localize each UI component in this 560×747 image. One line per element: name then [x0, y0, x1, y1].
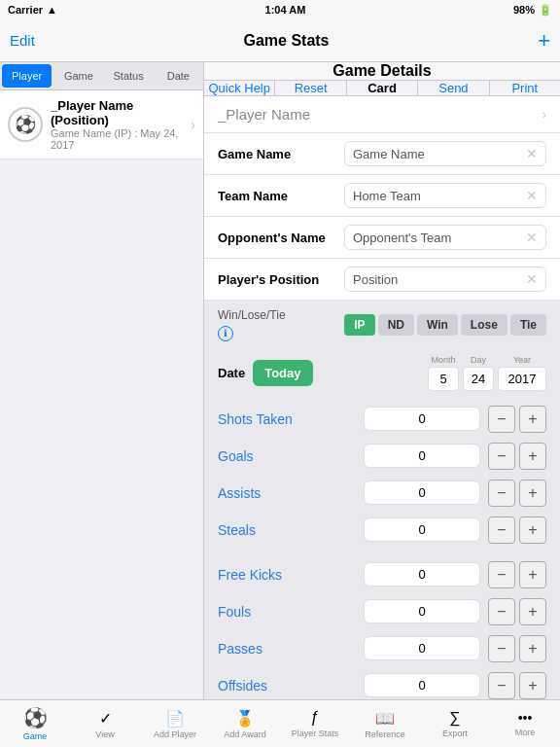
add-button[interactable]: + [538, 30, 550, 52]
passes-controls: − + [488, 635, 546, 662]
ip-button[interactable]: IP [344, 314, 374, 336]
add-award-tab-label: Add Award [224, 729, 265, 739]
free-kicks-input[interactable]: 0 [364, 562, 480, 587]
tab-game[interactable]: Game [53, 62, 103, 89]
opponent-name-value: Opponent's Team [353, 231, 451, 245]
game-name-field[interactable]: Game Name ✕ [344, 141, 546, 166]
player-detail-label: Game Name (IP) : May 24, 2017 [51, 127, 191, 151]
passes-decrement[interactable]: − [488, 635, 515, 662]
add-player-icon: 📄 [165, 709, 185, 728]
player-chevron-icon: › [191, 117, 195, 132]
player-stats-icon: ƒ [311, 709, 320, 727]
fouls-decrement[interactable]: − [488, 598, 515, 625]
tab-date[interactable]: Date [154, 62, 203, 89]
main-layout: Player Game Status Date ⚽ _Player Name (… [0, 62, 560, 699]
offsides-label: Offsides [218, 678, 364, 694]
shots-taken-input[interactable]: 0 [364, 407, 480, 431]
tab-game[interactable]: ⚽ Game [0, 706, 70, 741]
battery-label: 98% [513, 4, 535, 16]
player-position-clear-icon[interactable]: ✕ [526, 271, 538, 287]
send-button[interactable]: Send [418, 81, 489, 95]
shots-taken-increment[interactable]: + [519, 406, 546, 433]
tie-button[interactable]: Tie [510, 314, 546, 336]
tab-more[interactable]: ••• More [490, 710, 560, 737]
free-kicks-increment[interactable]: + [519, 561, 546, 588]
goals-label: Goals [218, 448, 364, 464]
export-icon: ∑ [449, 709, 460, 727]
team-name-clear-icon[interactable]: ✕ [526, 188, 538, 203]
year-label: Year [513, 355, 531, 365]
reference-tab-label: Reference [365, 729, 405, 739]
player-row[interactable]: ⚽ _Player Name (Position) Game Name (IP)… [0, 90, 203, 160]
free-kicks-decrement[interactable]: − [488, 561, 515, 588]
win-lose-info-icon[interactable]: ℹ [218, 326, 233, 341]
steals-increment[interactable]: + [519, 516, 546, 544]
opponent-name-field[interactable]: Opponent's Team ✕ [344, 225, 546, 250]
offsides-increment[interactable]: + [519, 672, 546, 699]
goals-input[interactable]: 0 [364, 444, 480, 468]
fouls-increment[interactable]: + [519, 598, 546, 625]
passes-increment[interactable]: + [519, 635, 546, 662]
player-name-label: _Player Name (Position) [51, 98, 191, 127]
tab-player-stats[interactable]: ƒ Player Stats [280, 709, 350, 738]
tab-view[interactable]: ✓ View [70, 709, 140, 739]
tab-add-award[interactable]: 🏅 Add Award [210, 709, 280, 739]
year-field[interactable]: 2017 [498, 367, 546, 391]
tab-export[interactable]: ∑ Export [420, 709, 490, 738]
edit-button[interactable]: Edit [10, 32, 35, 49]
lose-button[interactable]: Lose [461, 314, 508, 336]
goals-decrement[interactable]: − [488, 443, 515, 470]
fouls-input[interactable]: 0 [364, 599, 480, 623]
tab-bar: ⚽ Game ✓ View 📄 Add Player 🏅 Add Award ƒ… [0, 699, 560, 747]
quick-help-button[interactable]: Quick Help [204, 81, 275, 95]
assists-decrement[interactable]: − [488, 480, 515, 507]
print-button[interactable]: Print [490, 81, 560, 95]
tab-add-player[interactable]: 📄 Add Player [140, 709, 210, 739]
game-name-clear-icon[interactable]: ✕ [526, 146, 538, 161]
view-tab-label: View [95, 729, 114, 739]
goals-increment[interactable]: + [519, 443, 546, 470]
player-position-row: Player's Position Position ✕ [204, 259, 560, 301]
free-kicks-row: Free Kicks 0 − + [204, 556, 560, 593]
offsides-decrement[interactable]: − [488, 672, 515, 699]
day-field[interactable]: 24 [463, 367, 494, 391]
month-field[interactable]: 5 [428, 367, 459, 391]
fouls-controls: − + [488, 598, 546, 625]
stats-group-2: Free Kicks 0 − + Fouls 0 − + Passes 0 [204, 552, 560, 699]
player-position-label: Player's Position [218, 272, 344, 287]
wl-buttons: IP ND Win Lose Tie [344, 314, 546, 336]
player-position-field[interactable]: Position ✕ [344, 267, 546, 292]
goals-controls: − + [488, 443, 546, 470]
card-button[interactable]: Card [347, 81, 418, 95]
game-name-row: Game Name Game Name ✕ [204, 133, 560, 175]
steals-input[interactable]: 0 [364, 517, 480, 542]
more-tab-label: More [515, 728, 536, 737]
right-panel: Game Details Quick Help Reset Card Send … [204, 62, 560, 699]
team-name-value: Home Team [353, 189, 421, 203]
tab-player[interactable]: Player [2, 64, 52, 88]
passes-label: Passes [218, 641, 364, 657]
fouls-label: Fouls [218, 604, 364, 620]
player-position-value: Position [353, 272, 398, 287]
player-stats-tab-label: Player Stats [292, 729, 339, 738]
opponent-name-clear-icon[interactable]: ✕ [526, 230, 538, 245]
passes-input[interactable]: 0 [364, 636, 480, 660]
quick-help-bar: Quick Help Reset Card Send Print [204, 81, 560, 96]
team-name-field[interactable]: Home Team ✕ [344, 183, 546, 208]
assists-controls: − + [488, 480, 546, 507]
tab-reference[interactable]: 📖 Reference [350, 709, 420, 739]
game-name-label: Game Name [218, 147, 344, 161]
opponent-name-row: Opponent's Name Opponent's Team ✕ [204, 217, 560, 259]
today-button[interactable]: Today [253, 360, 312, 386]
offsides-input[interactable]: 0 [364, 673, 480, 697]
tab-status[interactable]: Status [104, 62, 154, 89]
nd-button[interactable]: ND [378, 314, 414, 336]
assists-increment[interactable]: + [519, 480, 546, 507]
offsides-controls: − + [488, 672, 546, 699]
assists-input[interactable]: 0 [364, 480, 480, 505]
steals-decrement[interactable]: − [488, 516, 515, 544]
reset-button[interactable]: Reset [275, 81, 346, 95]
shots-taken-decrement[interactable]: − [488, 406, 515, 433]
win-button[interactable]: Win [417, 314, 458, 336]
day-label: Day [471, 355, 486, 365]
